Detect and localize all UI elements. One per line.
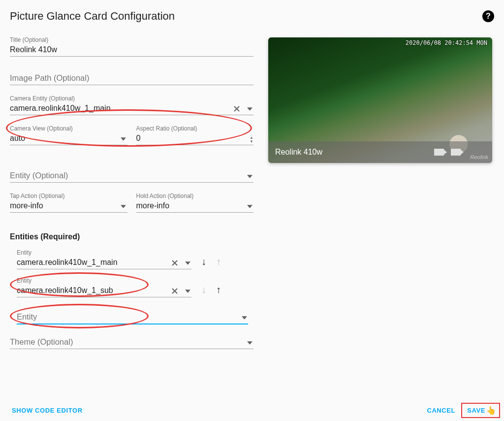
entity-new-label: Entity xyxy=(17,312,248,324)
entity-label: Entity (Optional) xyxy=(10,171,253,182)
clear-icon[interactable] xyxy=(171,287,179,295)
dropdown-icon[interactable] xyxy=(246,105,253,113)
camera-view-field[interactable]: Camera View (Optional) xyxy=(10,126,127,145)
entity-row: Entity ↓ ↑ xyxy=(10,250,253,269)
title-label: Title (Optional) xyxy=(10,36,48,43)
dropdown-icon[interactable] xyxy=(246,339,253,347)
entity-item-field[interactable]: Entity xyxy=(17,250,191,269)
save-button[interactable]: SAVE xyxy=(467,407,485,414)
move-up-icon: ↑ xyxy=(216,256,221,269)
theme-label: Theme (Optional) xyxy=(10,337,253,349)
tap-action-field[interactable]: Tap Action (Optional) xyxy=(10,194,127,213)
image-path-field[interactable]: Image Path (Optional) xyxy=(10,73,253,85)
camera-view-input[interactable] xyxy=(10,133,127,145)
preview-timestamp: 2020/06/08 20:42:54 MON xyxy=(406,39,487,46)
move-down-icon: ↓ xyxy=(201,284,206,297)
image-path-label: Image Path (Optional) xyxy=(10,73,253,85)
dropdown-icon[interactable] xyxy=(184,259,191,267)
number-stepper[interactable]: ▲▼ xyxy=(250,136,253,144)
aspect-ratio-label: Aspect Ratio (Optional) xyxy=(136,125,197,132)
title-field[interactable]: Title (Optional) xyxy=(10,37,253,57)
entity-item-label: Entity xyxy=(17,249,32,256)
entity-row-new: Entity xyxy=(10,310,253,324)
dropdown-icon[interactable] xyxy=(120,135,127,143)
entity-field[interactable]: Entity (Optional) xyxy=(10,171,253,183)
entities-header: Entities (Required) xyxy=(10,232,253,241)
entity-item-field[interactable]: Entity xyxy=(17,278,191,297)
preview-title: Reolink 410w xyxy=(275,148,322,157)
annotation-save-highlight: SAVE 👆 xyxy=(461,403,500,418)
cursor-pointer-icon: 👆 xyxy=(486,406,496,415)
preview-column: 2020/06/08 20:42:54 MON Reolink 410w Reo… xyxy=(268,37,492,360)
move-down-icon[interactable]: ↓ xyxy=(201,256,206,269)
preview-watermark: Reolink xyxy=(470,154,488,160)
tap-action-input[interactable] xyxy=(10,200,127,212)
tap-action-label: Tap Action (Optional) xyxy=(10,193,64,199)
aspect-ratio-input[interactable] xyxy=(136,133,254,145)
entity-new-field[interactable]: Entity xyxy=(17,310,248,324)
entity-item-input[interactable] xyxy=(17,257,191,269)
form-column: Title (Optional) Image Path (Optional) C… xyxy=(10,37,253,360)
camera-icon[interactable] xyxy=(434,149,444,156)
move-up-icon[interactable]: ↑ xyxy=(216,284,221,297)
camera-entity-field[interactable]: Camera Entity (Optional) xyxy=(10,96,253,115)
preview-overlay: Reolink 410w xyxy=(268,141,492,163)
clear-icon[interactable] xyxy=(233,105,241,113)
theme-field[interactable]: Theme (Optional) xyxy=(10,337,253,349)
dropdown-icon[interactable] xyxy=(246,202,253,210)
dropdown-icon[interactable] xyxy=(240,314,248,322)
clear-icon[interactable] xyxy=(171,259,179,267)
help-icon[interactable]: ? xyxy=(482,10,494,22)
camera-icon[interactable] xyxy=(451,149,461,156)
dropdown-icon[interactable] xyxy=(184,287,191,295)
preview-card[interactable]: 2020/06/08 20:42:54 MON Reolink 410w Reo… xyxy=(268,37,492,163)
camera-entity-input[interactable] xyxy=(10,103,253,115)
show-code-editor-button[interactable]: SHOW CODE EDITOR xyxy=(10,403,85,418)
title-input[interactable] xyxy=(10,44,253,56)
hold-action-input[interactable] xyxy=(136,200,254,212)
dropdown-icon[interactable] xyxy=(120,202,127,210)
entity-item-input[interactable] xyxy=(17,285,191,297)
hold-action-field[interactable]: Hold Action (Optional) xyxy=(136,194,254,213)
camera-view-label: Camera View (Optional) xyxy=(10,125,73,132)
entity-item-label: Entity xyxy=(17,277,32,284)
page-title: Picture Glance Card Configuration xyxy=(10,10,175,23)
entity-row: Entity ↓ ↑ xyxy=(10,278,253,297)
cancel-button[interactable]: CANCEL xyxy=(425,403,457,418)
dropdown-icon[interactable] xyxy=(246,172,253,180)
aspect-ratio-field[interactable]: Aspect Ratio (Optional) ▲▼ xyxy=(136,126,254,145)
hold-action-label: Hold Action (Optional) xyxy=(136,193,194,199)
camera-entity-label: Camera Entity (Optional) xyxy=(10,95,75,102)
